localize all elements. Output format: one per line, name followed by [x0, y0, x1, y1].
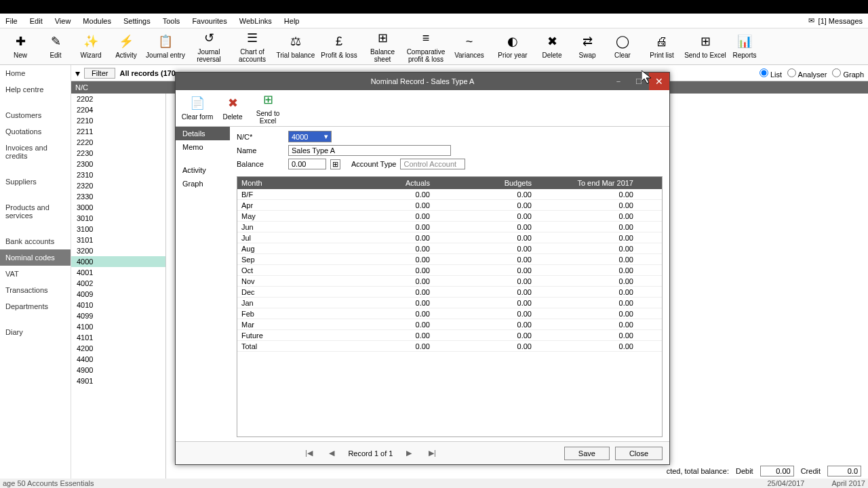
- table-row[interactable]: Total0.000.000.00: [237, 341, 662, 352]
- menu-modules[interactable]: Modules: [83, 17, 111, 25]
- nc-row[interactable]: 2210: [71, 115, 165, 126]
- toolbar-wizard[interactable]: ✨Wizard: [74, 30, 108, 64]
- toolbar-journal-reversal[interactable]: ↺Journal reversal: [188, 30, 230, 64]
- nc-row[interactable]: 4900: [71, 365, 165, 375]
- toolbar-swap[interactable]: ⇄Swap: [570, 30, 604, 64]
- nav-nominal-codes[interactable]: Nominal codes: [0, 249, 71, 266]
- menu-tools[interactable]: Tools: [163, 17, 180, 25]
- nav-help-centre[interactable]: Help centre: [0, 81, 71, 98]
- table-row[interactable]: Future0.000.000.00: [237, 330, 662, 341]
- nc-row[interactable]: 2320: [71, 180, 165, 191]
- nc-row[interactable]: 2310: [71, 169, 165, 180]
- close-button[interactable]: Close: [615, 447, 663, 460]
- menu-favourites[interactable]: Favourites: [192, 17, 226, 25]
- nc-row[interactable]: 4901: [71, 375, 165, 386]
- nc-row[interactable]: 3000: [71, 202, 165, 213]
- table-row[interactable]: Feb0.000.000.00: [237, 308, 662, 319]
- save-button[interactable]: Save: [564, 447, 610, 460]
- col-to-end[interactable]: To end Mar 2017: [536, 179, 637, 187]
- send-to-excel-button[interactable]: ⊞Send to Excel: [251, 92, 285, 125]
- nc-row[interactable]: 4001: [71, 267, 165, 278]
- toolbar-reports[interactable]: 📊Reports: [728, 30, 762, 64]
- nc-row[interactable]: 2202: [71, 94, 165, 104]
- nc-row[interactable]: 3200: [71, 245, 165, 256]
- nav-home[interactable]: Home: [0, 65, 71, 81]
- nc-row[interactable]: 4100: [71, 321, 165, 332]
- nc-row[interactable]: 4101: [71, 332, 165, 343]
- table-row[interactable]: Oct0.000.000.00: [237, 265, 662, 276]
- clear-form-button[interactable]: 📄Clear form: [180, 92, 214, 125]
- nc-row[interactable]: 3100: [71, 224, 165, 235]
- nc-row[interactable]: 4002: [71, 278, 165, 289]
- close-icon[interactable]: ✕: [649, 73, 669, 90]
- radio-graph[interactable]: Graph: [832, 68, 864, 79]
- nav-customers[interactable]: Customers: [0, 107, 71, 123]
- name-field[interactable]: [288, 145, 451, 156]
- nav-invoices-and-credits[interactable]: Invoices and credits: [0, 140, 71, 164]
- messages-icon[interactable]: ✉: [808, 16, 814, 25]
- nav-vat[interactable]: VAT: [0, 266, 71, 282]
- toolbar-clear[interactable]: ◯Clear: [606, 30, 639, 64]
- tab-graph[interactable]: Graph: [176, 177, 230, 190]
- nc-row[interactable]: 2230: [71, 148, 165, 159]
- toolbar-print-list[interactable]: 🖨Print list: [641, 30, 683, 64]
- first-record-icon[interactable]: |◀: [302, 447, 315, 460]
- toolbar-variances[interactable]: ~Variances: [448, 30, 490, 64]
- nav-bank-accounts[interactable]: Bank accounts: [0, 233, 71, 249]
- table-row[interactable]: Aug0.000.000.00: [237, 243, 662, 254]
- toolbar-new[interactable]: ✚New: [3, 30, 37, 64]
- table-row[interactable]: Mar0.000.000.00: [237, 319, 662, 330]
- nc-row[interactable]: 2220: [71, 137, 165, 148]
- nc-combo[interactable]: 4000▾: [288, 131, 332, 142]
- nc-row[interactable]: 4200: [71, 343, 165, 354]
- menu-help[interactable]: Help: [284, 17, 300, 25]
- delete-button[interactable]: ✖Delete: [216, 92, 250, 125]
- tab-details[interactable]: Details: [176, 127, 230, 140]
- prev-record-icon[interactable]: ◀: [325, 447, 338, 460]
- menu-file[interactable]: File: [5, 17, 18, 25]
- last-record-icon[interactable]: ▶|: [425, 447, 439, 460]
- toolbar-send-to-excel[interactable]: ⊞Send to Excel: [684, 30, 726, 64]
- table-row[interactable]: Sep0.000.000.00: [237, 254, 662, 265]
- nav-transactions[interactable]: Transactions: [0, 282, 71, 298]
- nc-row[interactable]: 4400: [71, 354, 165, 365]
- table-row[interactable]: Jan0.000.000.00: [237, 298, 662, 308]
- toolbar-trial-balance[interactable]: ⚖Trial balance: [275, 30, 317, 64]
- nc-list[interactable]: 2202220422102211222022302300231023202330…: [71, 94, 166, 485]
- toolbar-delete[interactable]: ✖Delete: [535, 30, 569, 64]
- toolbar-activity[interactable]: ⚡Activity: [109, 30, 143, 64]
- col-actuals[interactable]: Actuals: [332, 179, 434, 187]
- next-record-icon[interactable]: ▶: [402, 447, 416, 460]
- table-row[interactable]: Apr0.000.000.00: [237, 200, 662, 211]
- table-row[interactable]: Nov0.000.000.00: [237, 276, 662, 287]
- menu-weblinks[interactable]: WebLinks: [239, 17, 272, 25]
- toolbar-balance-sheet[interactable]: ⊞Balance sheet: [361, 30, 403, 64]
- tab-activity[interactable]: Activity: [176, 163, 230, 177]
- toolbar-prior-year[interactable]: ◐Prior year: [492, 30, 534, 64]
- nc-row[interactable]: 4009: [71, 289, 165, 300]
- messages-count[interactable]: [1] Messages: [818, 17, 863, 25]
- nav-quotations[interactable]: Quotations: [0, 123, 71, 140]
- nc-row[interactable]: 4010: [71, 300, 165, 310]
- maximize-icon[interactable]: ☐: [629, 73, 649, 90]
- minimize-icon[interactable]: −: [608, 73, 629, 90]
- toolbar-chart-of-accounts[interactable]: ☰Chart of accounts: [231, 30, 273, 64]
- menu-edit[interactable]: Edit: [30, 17, 43, 25]
- nc-row[interactable]: 2300: [71, 159, 165, 169]
- toolbar-journal-entry[interactable]: 📋Journal entry: [144, 30, 186, 64]
- table-row[interactable]: Jun0.000.000.00: [237, 222, 662, 232]
- nc-row[interactable]: 2211: [71, 126, 165, 137]
- col-budgets[interactable]: Budgets: [434, 179, 536, 187]
- menu-settings[interactable]: Settings: [123, 17, 151, 25]
- table-row[interactable]: Dec0.000.000.00: [237, 287, 662, 298]
- nc-row[interactable]: 4000: [71, 256, 165, 267]
- filter-button[interactable]: Filter: [84, 68, 115, 79]
- table-row[interactable]: Jul0.000.000.00: [237, 232, 662, 243]
- nc-row[interactable]: 3010: [71, 213, 165, 224]
- col-month[interactable]: Month: [237, 179, 332, 187]
- radio-analyser[interactable]: Analyser: [787, 68, 827, 79]
- toolbar-profit-loss[interactable]: £Profit & loss: [318, 30, 360, 64]
- nc-row[interactable]: 3101: [71, 235, 165, 245]
- nc-row[interactable]: 2330: [71, 191, 165, 202]
- toolbar-edit[interactable]: ✎Edit: [39, 30, 73, 64]
